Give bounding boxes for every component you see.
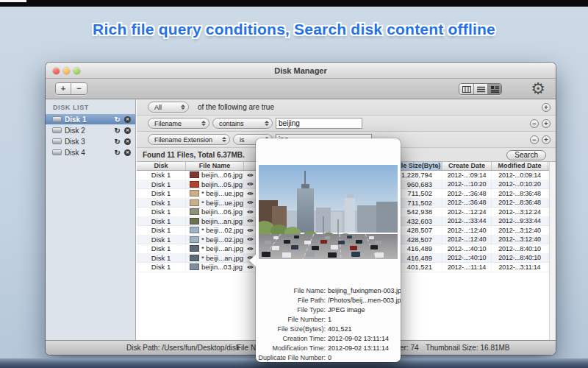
column-header-disk[interactable]: Disk [137,162,186,170]
preview-eye-icon[interactable] [244,226,257,235]
cell-file-size: 428,507 [394,236,442,244]
minimize-window-button[interactable] [63,68,70,74]
disk-list-item[interactable]: Disk 3↻✕ [46,136,135,146]
condition-value-input[interactable] [276,118,362,129]
column-header-create-date[interactable]: Create Date [442,162,492,170]
view-mode-segmented-control [459,83,502,95]
zoom-window-button[interactable] [74,68,80,74]
query-condition-row: Filenamecontains−+ [137,116,556,132]
list-view-icon[interactable] [473,84,487,94]
remove-condition-button[interactable]: − [530,119,539,128]
add-condition-button[interactable]: + [542,135,551,144]
marketing-headline: Rich file query conditions, Search disk … [0,21,588,38]
remove-disk-icon[interactable]: ✕ [124,138,131,145]
preview-eye-icon[interactable] [244,180,257,189]
cell-create-date: 2012-...:40:10 [442,254,492,263]
column-header-preview[interactable] [244,162,257,170]
search-button[interactable]: Search [506,150,546,160]
cell-modified-date: 2012-...3:12:24 [492,208,548,216]
cell-disk: Disk 1 [137,189,186,198]
condition-field-popup[interactable]: Filename [148,118,209,129]
remove-disk-icon[interactable]: ✕ [124,149,131,156]
column-header-file-size-byte-[interactable]: File Size(Byte)▼ [394,162,442,170]
preview-photo [259,165,398,259]
cell-modified-date: 2012-...8:40:10 [492,244,548,253]
column-header-modified-date[interactable]: Modified Date [492,162,548,170]
refresh-icon[interactable]: ↻ [115,127,121,135]
columns-view-icon[interactable] [459,84,473,94]
file-detail-value: 401,521 [328,325,352,333]
cell-file-size: 432,603 [394,217,442,226]
window-titlebar[interactable]: Disk Manager [46,63,556,79]
cell-file-name: beijin...an.jpg [186,217,244,226]
remove-disk-button[interactable]: − [71,83,87,94]
cell-create-date: 2012-...:12:40 [442,236,492,244]
popover-arrow [249,255,256,266]
preview-eye-icon[interactable] [244,171,257,180]
remove-condition-button[interactable]: − [530,135,539,144]
preview-eye-icon[interactable] [244,244,257,253]
disk-label: Disk 3 [65,138,115,146]
file-detail-row: File Type:JPEG image [256,305,401,314]
add-disk-button[interactable]: + [56,83,71,94]
remove-disk-icon[interactable]: ✕ [124,116,131,123]
cell-create-date: 2012-...:36:48 [442,189,492,198]
status-thumbnail-size: Thumbnail Size: 16.81MB [426,344,510,352]
file-detail-label: File Size(Bytes): [256,325,326,333]
cell-modified-date: 2012-...0:10:20 [492,180,548,189]
cell-file-size: 428,507 [394,226,442,235]
status-disk-path: Disk Path: /Users/fun/Desktop/disk [126,344,240,352]
cell-modified-date: 2012-...3:12:40 [492,226,548,235]
detail-view-icon[interactable] [487,84,501,94]
cell-disk: Disk 1 [137,244,186,253]
preview-eye-icon[interactable] [244,199,257,208]
preview-eye-icon[interactable] [244,236,257,244]
file-name-text: beijin...06.jpg [201,171,243,179]
file-detail-row: File Name:beijing_fuxingmen-003.jpg [256,286,401,295]
file-name-text: beijin...06.jpg [201,208,243,216]
cell-disk: Disk 1 [137,263,186,272]
disk-list-item[interactable]: Disk 2↻✕ [46,125,135,135]
disk-list-item[interactable]: Disk 4↻✕ [46,147,135,158]
popup-label: Filename Extension [154,136,218,144]
status-file-count-fragment: File N [237,344,256,352]
cell-create-date: 2012-...:36:48 [442,199,492,208]
remove-disk-icon[interactable]: ✕ [124,127,131,134]
cell-file-size: 401,521 [394,263,442,272]
add-condition-button[interactable]: + [542,103,551,112]
file-detail-label: Duplicate File Number: [256,354,326,361]
close-window-button[interactable] [53,68,60,74]
cell-create-date: 2012-...:09:14 [442,171,492,180]
vertical-scrollbar[interactable] [549,162,556,340]
refresh-icon[interactable]: ↻ [115,116,121,124]
cell-create-date: 2012-...:40:10 [442,244,492,253]
preview-eye-icon[interactable] [244,189,257,198]
preview-eye-icon[interactable] [244,208,257,216]
preview-eye-icon[interactable] [244,217,257,226]
file-detail-row: File Size(Bytes):401,521 [256,324,401,333]
settings-gear-icon[interactable]: ⚙ [531,79,545,99]
cell-file-name: beijin...06.jpg [186,208,244,216]
file-name-text: * beiji...02.jpg [201,236,243,244]
disk-icon [52,127,62,133]
cell-disk: Disk 1 [137,171,186,180]
file-detail-value: JPEG image [328,306,365,314]
cell-file-name: beijin...03.jpg [186,263,244,272]
file-detail-value: beijing_fuxingmen-003.jpg [328,287,401,294]
cell-modified-date: 2012-...3:11:14 [492,263,548,272]
add-condition-button[interactable]: + [542,119,551,128]
file-name-text: beijin...an.jpg [201,217,243,225]
disk-list-item[interactable]: Disk 1↻✕ [46,114,135,124]
column-header-file-name[interactable]: File Name [186,162,244,170]
screen-top-bar [0,0,588,7]
condition-field-popup[interactable]: Filename Extension [148,134,230,145]
file-name-text: * beiji...ue.jpg [201,189,243,197]
file-detail-row: Duplicate File Number:0 [256,353,401,362]
refresh-icon[interactable]: ↻ [115,138,121,146]
match-popup[interactable]: All [148,102,189,113]
cell-file-size: 960,683 [394,180,442,189]
refresh-icon[interactable]: ↻ [115,149,121,157]
disk-label: Disk 2 [65,127,115,135]
results-summary: Found 11 Files, Total 6.37MB. [143,151,245,159]
condition-operator-popup[interactable]: contains [212,118,273,129]
